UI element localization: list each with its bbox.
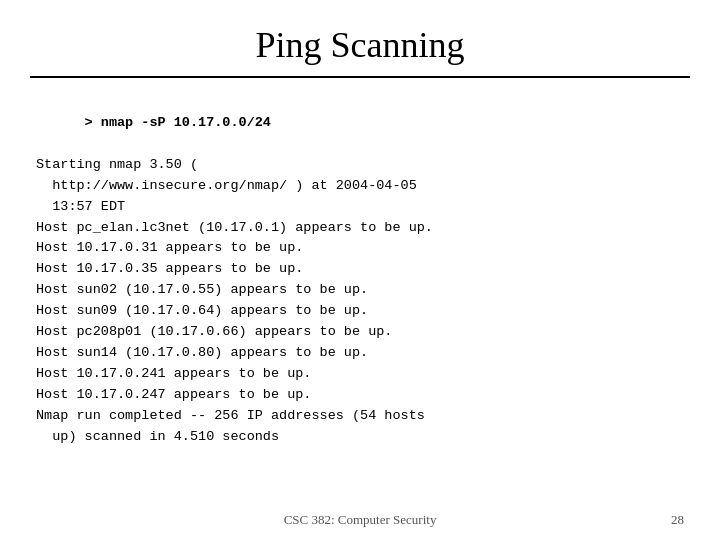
divider [30, 76, 690, 78]
content-area: > nmap -sP 10.17.0.0/24 Starting nmap 3.… [0, 92, 720, 504]
footer-page: 28 [671, 512, 684, 528]
code-block: > nmap -sP 10.17.0.0/24 [36, 92, 684, 155]
slide-title: Ping Scanning [40, 24, 680, 66]
code-output: Starting nmap 3.50 ( http://www.insecure… [36, 155, 684, 448]
command-line: > nmap -sP 10.17.0.0/24 [85, 115, 271, 130]
footer: CSC 382: Computer Security 28 [0, 504, 720, 540]
title-area: Ping Scanning [0, 0, 720, 76]
slide: Ping Scanning > nmap -sP 10.17.0.0/24 St… [0, 0, 720, 540]
footer-course: CSC 382: Computer Security [284, 512, 437, 528]
